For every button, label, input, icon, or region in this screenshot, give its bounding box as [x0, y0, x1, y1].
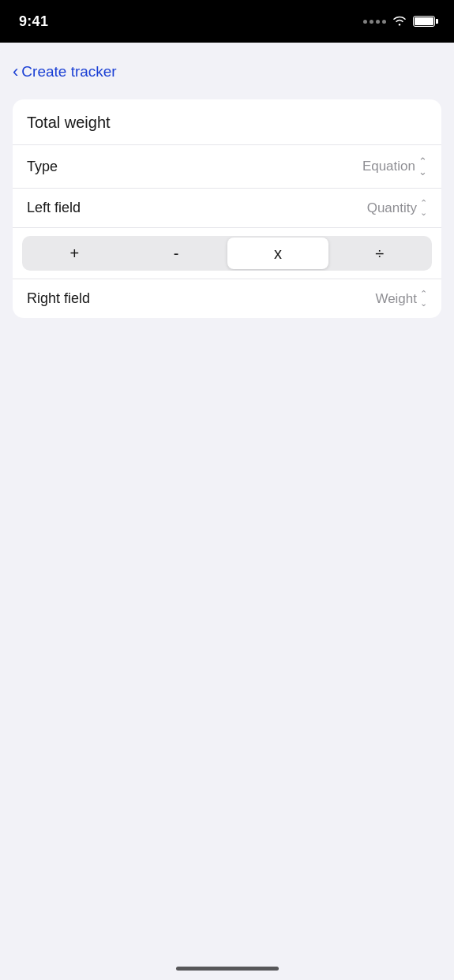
main-content: Total weight Type Equation ⌃⌄ Left field… [0, 93, 454, 324]
back-button[interactable]: ‹ Create tracker [13, 63, 117, 80]
status-icons [363, 15, 435, 28]
home-indicator [176, 967, 279, 971]
left-field-value-text: Quantity [367, 200, 417, 216]
left-field-chevron-icon: ⌃ ⌃ [420, 200, 427, 215]
operator-add-button[interactable]: + [24, 238, 126, 269]
right-field-value-text: Weight [375, 291, 417, 307]
nav-bar: ‹ Create tracker [0, 55, 454, 93]
right-field-chevron-icon: ⌃ ⌃ [420, 290, 427, 306]
back-chevron-icon: ‹ [13, 63, 18, 80]
type-value-text: Equation [362, 159, 415, 174]
operator-buttons-group: + - x ÷ [22, 236, 432, 271]
sheet-top [0, 43, 454, 55]
wifi-icon [392, 15, 407, 28]
status-bar: 9:41 [0, 0, 454, 43]
operator-row: + - x ÷ [13, 228, 441, 279]
type-row[interactable]: Type Equation ⌃⌄ [13, 145, 441, 189]
operator-divide-button[interactable]: ÷ [328, 238, 430, 269]
operator-multiply-button[interactable]: x [227, 238, 329, 269]
left-field-value-button[interactable]: Quantity ⌃ ⌃ [367, 200, 427, 216]
card-title-row: Total weight [13, 99, 441, 145]
card-title: Total weight [27, 114, 111, 131]
battery-icon [413, 16, 435, 27]
type-chevron-icon: ⌃⌄ [418, 156, 427, 177]
type-label: Type [27, 159, 58, 175]
status-time: 9:41 [19, 13, 48, 30]
right-field-row[interactable]: Right field Weight ⌃ ⌃ [13, 279, 441, 318]
signal-icon [363, 20, 386, 24]
left-field-row[interactable]: Left field Quantity ⌃ ⌃ [13, 189, 441, 228]
tracker-card: Total weight Type Equation ⌃⌄ Left field… [13, 99, 441, 318]
back-label: Create tracker [21, 63, 116, 80]
right-field-label: Right field [27, 290, 90, 307]
right-field-value-button[interactable]: Weight ⌃ ⌃ [375, 291, 427, 307]
operator-subtract-button[interactable]: - [126, 238, 227, 269]
left-field-label: Left field [27, 200, 81, 216]
type-value-button[interactable]: Equation ⌃⌄ [362, 156, 427, 177]
